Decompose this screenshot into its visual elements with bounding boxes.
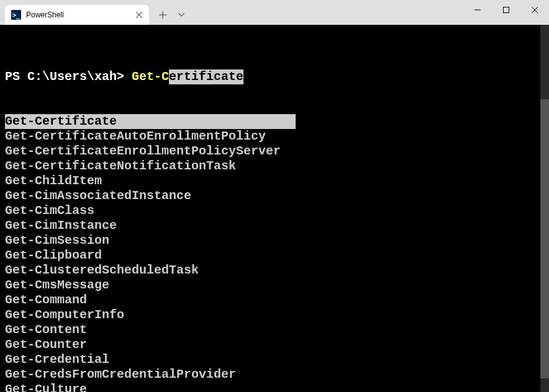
tab-title: PowerShell	[26, 11, 129, 19]
svg-rect-5	[504, 7, 509, 13]
suggestion-item[interactable]: Get-Credential	[5, 352, 540, 367]
close-icon	[532, 7, 538, 13]
window-close-button[interactable]	[520, 0, 549, 20]
suggestion-item[interactable]: Get-Clipboard	[5, 248, 540, 263]
tab-powershell[interactable]: >_ PowerShell	[5, 5, 149, 25]
suggestion-item[interactable]: Get-CertificateAutoEnrollmentPolicy	[5, 129, 540, 144]
suggestion-item[interactable]: Get-ChildItem	[5, 174, 540, 189]
scrollbar-thumb[interactable]	[540, 99, 549, 378]
suggestion-item[interactable]: Get-Certificate	[5, 114, 540, 129]
suggestion-item[interactable]: Get-Content	[5, 323, 540, 337]
terminal-area: PS C:\Users\xah> Get-Certificate Get-Cer…	[0, 25, 549, 392]
suggestion-list: Get-CertificateGet-CertificateAutoEnroll…	[5, 114, 540, 392]
close-icon	[136, 12, 142, 18]
suggestion-item[interactable]: Get-CimSession	[5, 233, 540, 248]
prompt-line: PS C:\Users\xah> Get-Certificate	[5, 69, 540, 84]
suggestion-item[interactable]: Get-CertificateNotificationTask	[5, 159, 540, 174]
maximize-icon	[503, 7, 509, 13]
suggestion-item[interactable]: Get-CimClass	[5, 203, 540, 218]
powershell-icon: >_	[11, 10, 21, 20]
maximize-button[interactable]	[492, 0, 520, 20]
typed-command: Get-C	[132, 69, 169, 84]
suggestion-item[interactable]: Get-CmsMessage	[5, 278, 540, 293]
window-controls	[463, 0, 549, 25]
suggestion-item[interactable]: Get-ComputerInfo	[5, 308, 540, 323]
prompt: PS C:\Users\xah>	[5, 69, 132, 84]
tab-close-button[interactable]	[134, 10, 144, 20]
plus-icon	[159, 11, 166, 19]
new-tab-button[interactable]	[153, 5, 173, 25]
titlebar: >_ PowerShell	[0, 0, 549, 25]
suggestion-item[interactable]: Get-Culture	[5, 382, 540, 392]
ghost-suggestion: ertificate	[169, 69, 243, 84]
suggestion-item[interactable]: Get-Command	[5, 293, 540, 308]
suggestion-item[interactable]: Get-Counter	[5, 337, 540, 352]
suggestion-item[interactable]: Get-CimInstance	[5, 218, 540, 233]
tab-strip: >_ PowerShell	[0, 0, 190, 25]
suggestion-item[interactable]: Get-ClusteredScheduledTask	[5, 263, 540, 278]
suggestion-item[interactable]: Get-CredsFromCredentialProvider	[5, 367, 540, 382]
suggestion-item[interactable]: Get-CimAssociatedInstance	[5, 189, 540, 203]
chevron-down-icon	[178, 13, 184, 17]
tab-dropdown-button[interactable]	[173, 5, 190, 25]
minimize-button[interactable]	[463, 0, 492, 20]
terminal[interactable]: PS C:\Users\xah> Get-Certificate Get-Cer…	[0, 25, 540, 392]
minimize-icon	[474, 7, 481, 13]
suggestion-item[interactable]: Get-CertificateEnrollmentPolicyServer	[5, 144, 540, 159]
scrollbar[interactable]	[540, 25, 549, 392]
